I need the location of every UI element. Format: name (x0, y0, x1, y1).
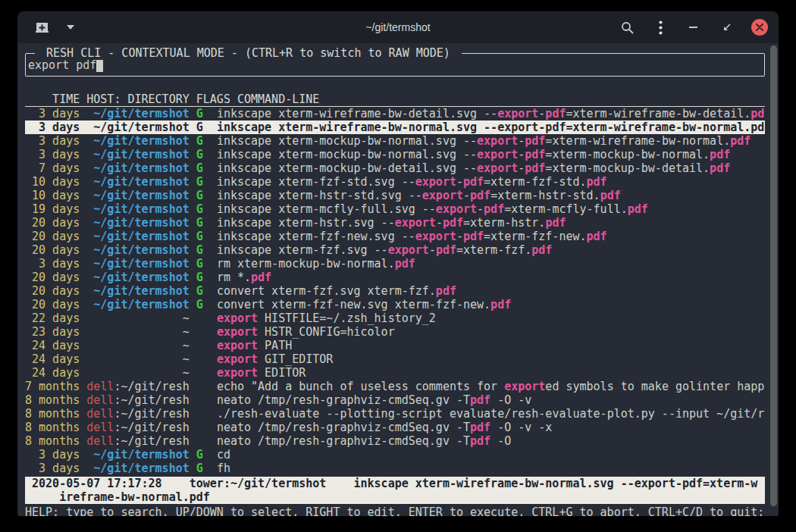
scrollbar-thumb[interactable] (770, 45, 777, 506)
history-row[interactable]: 8 months dell:~/git/resh neato /tmp/resh… (25, 434, 765, 448)
history-row[interactable]: 7 months dell:~/git/resh echo "Add a bun… (25, 380, 765, 393)
selected-entry-detail-bar: 2020-05-07 17:17:28 tower:~/git/termshot… (25, 477, 765, 504)
history-row[interactable]: 10 days ~/git/termshot G inkscape xterm-… (25, 175, 765, 189)
history-row[interactable]: 24 days ~ export GIT_EDITOR (25, 352, 765, 366)
history-row[interactable]: 3 days ~/git/termshot G inkscape xterm-m… (25, 134, 765, 148)
history-row[interactable]: 8 months dell:~/git/resh ./resh-evaluate… (25, 407, 765, 421)
history-table-header: TIME HOST: DIRECTORY FLAGS COMMAND-LINE (25, 92, 765, 107)
window-title: ~/git/termshot (17, 21, 779, 33)
titlebar: ~/git/termshot (17, 11, 779, 43)
history-row[interactable]: 22 days ~ export HISTFILE=~/.zsh_history… (25, 311, 765, 325)
history-row[interactable]: 20 days ~/git/termshot G convert xterm-f… (25, 284, 765, 298)
spacer-line (25, 77, 765, 92)
history-row[interactable]: 7 days ~/git/termshot G inkscape xterm-m… (25, 161, 765, 175)
history-row[interactable]: 23 days ~ export HSTR_CONFIG=hicolor (25, 325, 765, 339)
history-row[interactable]: 20 days ~/git/termshot G inkscape xterm-… (25, 230, 765, 243)
history-row-selected[interactable]: 3 days ~/git/termshot G inkscape xterm-w… (25, 120, 765, 134)
detail-line-2: ireframe-bw-normal.pdf (25, 490, 765, 504)
history-row[interactable]: 8 months dell:~/git/resh neato /tmp/resh… (25, 421, 765, 434)
history-row[interactable]: 3 days ~/git/termshot G fh (25, 462, 765, 475)
panel-mode-title: RESH CLI - CONTEXTUAL MODE - (CTRL+R to … (35, 46, 462, 60)
terminal-window: ~/git/termshot (17, 11, 779, 516)
detail-line-1: 2020-05-07 17:17:28 tower:~/git/termshot… (25, 477, 765, 490)
history-row[interactable]: 3 days ~/git/termshot G inkscape xterm-m… (25, 148, 765, 161)
history-rows: 3 days ~/git/termshot G inkscape xterm-w… (25, 107, 765, 475)
text-cursor (96, 60, 103, 72)
history-row[interactable]: 3 days ~/git/termshot G rm xterm-mockup-… (25, 257, 765, 271)
history-row[interactable]: 20 days ~/git/termshot G inkscape xterm-… (25, 243, 765, 257)
history-row[interactable]: 20 days ~/git/termshot G rm *.pdf (25, 271, 765, 284)
search-query-text: export pdf (28, 58, 96, 72)
resh-search-panel: RESH CLI - CONTEXTUAL MODE - (CTRL+R to … (25, 53, 765, 77)
help-bar: HELP: type to search, UP/DOWN to select,… (25, 505, 765, 516)
history-row[interactable]: 24 days ~ export EDITOR (25, 366, 765, 380)
history-row[interactable]: 19 days ~/git/termshot G inkscape xterm-… (25, 202, 765, 216)
terminal-content: RESH CLI - CONTEXTUAL MODE - (CTRL+R to … (17, 43, 779, 516)
history-row[interactable]: 8 months dell:~/git/resh neato /tmp/resh… (25, 393, 765, 407)
history-row[interactable]: 3 days ~/git/termshot G inkscape xterm-w… (25, 107, 765, 120)
history-row[interactable]: 24 days ~ export PATH (25, 339, 765, 352)
history-row[interactable]: 3 days ~/git/termshot G cd (25, 448, 765, 462)
history-row[interactable]: 20 days ~/git/termshot G convert xterm-f… (25, 298, 765, 311)
history-row[interactable]: 10 days ~/git/termshot G inkscape xterm-… (25, 189, 765, 202)
history-row[interactable]: 20 days ~/git/termshot G inkscape xterm-… (25, 216, 765, 230)
